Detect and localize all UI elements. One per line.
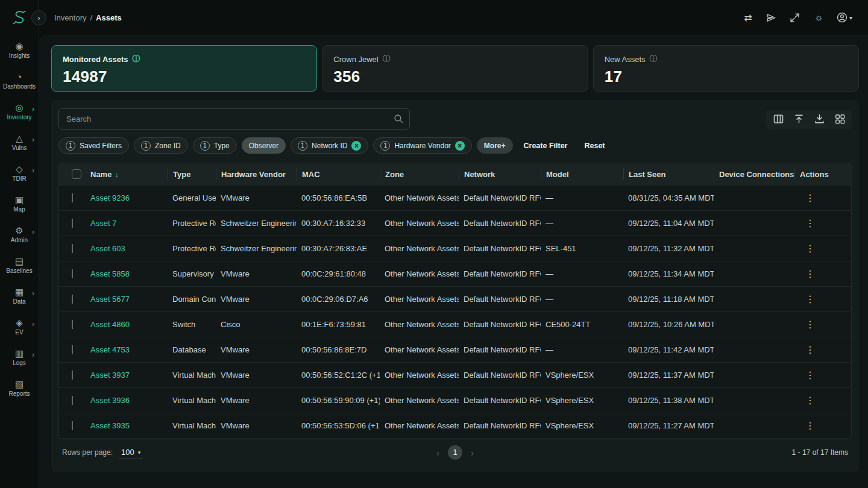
asset-name-link[interactable]: Asset 3936 — [86, 396, 168, 405]
column-header-hardware-vendor[interactable]: Hardware Vendor — [216, 168, 297, 180]
sidebar-item-baselines[interactable]: ▤ Baselines › — [0, 250, 39, 281]
column-header-type[interactable]: Type — [168, 168, 216, 180]
stat-card-new-assets[interactable]: New Assets ⓘ 17 — [593, 45, 859, 92]
row-checkbox[interactable] — [72, 193, 73, 202]
sidebar-item-map[interactable]: ▣ Map › — [0, 189, 39, 219]
filter-chip-observer[interactable]: Observer — [242, 137, 286, 154]
stat-card-monitored-assets[interactable]: Monitored Assets ⓘ 14987 — [51, 45, 317, 92]
row-actions-menu-icon[interactable]: ⋮ — [794, 293, 851, 305]
next-page-button[interactable]: › — [471, 448, 474, 458]
row-actions-menu-icon[interactable]: ⋮ — [794, 217, 851, 229]
table-row[interactable]: Asset 5858 Supervisory Workstation VMwar… — [59, 261, 851, 286]
cell-model: — — [541, 219, 623, 228]
asset-name-link[interactable]: Asset 7 — [86, 219, 168, 228]
asset-name-link[interactable]: Asset 3937 — [86, 371, 168, 380]
asset-name-link[interactable]: Asset 9236 — [86, 193, 168, 202]
sidebar-expand-button[interactable]: › — [31, 10, 46, 25]
sidebar-item-dashboards[interactable]: ◔ Dashboards › — [0, 66, 39, 96]
sidebar-item-tdir[interactable]: ◇ TDIR › — [0, 158, 39, 189]
row-actions-menu-icon[interactable]: ⋮ — [794, 192, 851, 204]
sidebar-item-admin[interactable]: ⚙ Admin › — [0, 219, 39, 250]
table-row[interactable]: Asset 603 Protective Relay Schweitzer En… — [59, 236, 851, 261]
asset-name-link[interactable]: Asset 4753 — [86, 345, 168, 354]
previous-page-button[interactable]: ‹ — [436, 448, 439, 458]
row-actions-menu-icon[interactable]: ⋮ — [794, 420, 851, 431]
chip-remove-icon[interactable]: × — [351, 141, 361, 151]
asset-name-link[interactable]: Asset 5677 — [86, 295, 168, 304]
row-checkbox[interactable] — [72, 219, 73, 228]
transfer-icon[interactable]: ⇄ — [743, 12, 753, 23]
column-header-name[interactable]: Name ↓ — [86, 168, 168, 180]
row-checkbox[interactable] — [72, 269, 73, 278]
chip-label: More+ — [484, 142, 506, 150]
row-checkbox[interactable] — [72, 320, 73, 329]
row-actions-menu-icon[interactable]: ⋮ — [794, 344, 851, 355]
chip-remove-icon[interactable]: × — [455, 141, 465, 151]
table-row[interactable]: Asset 5677 Domain Controller VMware 00:0… — [59, 286, 851, 311]
table-row[interactable]: Asset 3937 Virtual Machine VMware 00:50:… — [59, 362, 851, 387]
sidebar-item-ev[interactable]: ◈ EV › — [0, 311, 39, 342]
sidebar-item-vulns[interactable]: △ Vulns › — [0, 127, 39, 158]
asset-name-link[interactable]: Asset 603 — [86, 244, 168, 253]
column-header-last-seen[interactable]: Last Seen — [623, 168, 714, 180]
sidebar-item-inventory[interactable]: ◎ Inventory › — [0, 96, 39, 127]
info-icon[interactable]: ⓘ — [133, 54, 140, 64]
create-filter-button[interactable]: Create Filter — [518, 142, 574, 150]
rows-per-page-select[interactable]: 100 ▾ — [119, 446, 143, 458]
filter-chip-saved-filters[interactable]: 1 Saved Filters — [58, 137, 129, 154]
filter-chip-hardware-vendor[interactable]: 1 Hardware Vendor × — [373, 137, 471, 154]
table-row[interactable]: Asset 3935 Virtual Machine VMware 00:50:… — [59, 413, 851, 438]
sidebar-item-logs[interactable]: ▥ Logs › — [0, 342, 39, 373]
row-checkbox[interactable] — [72, 396, 73, 405]
sidebar-item-data[interactable]: ▦ Data › — [0, 281, 39, 311]
row-checkbox[interactable] — [72, 421, 73, 430]
user-menu[interactable]: ▾ — [837, 12, 852, 23]
columns-icon[interactable] — [772, 113, 784, 125]
reset-filters-button[interactable]: Reset — [578, 142, 611, 150]
theme-toggle-icon[interactable]: ☼ — [813, 12, 824, 23]
row-actions-menu-icon[interactable]: ⋮ — [794, 319, 851, 330]
row-actions-menu-icon[interactable]: ⋮ — [794, 243, 851, 254]
column-header-zone[interactable]: Zone — [380, 168, 459, 180]
table-row[interactable]: Asset 4860 Switch Cisco 00:1E:F6:73:59:8… — [59, 311, 851, 337]
column-header-network[interactable]: Network — [459, 168, 541, 180]
sidebar-item-reports[interactable]: ▧ Reports › — [0, 373, 39, 404]
filter-chip-network-id[interactable]: 1 Network ID × — [291, 137, 368, 154]
cell-hardware-vendor: VMware — [216, 295, 297, 304]
breadcrumb-inventory[interactable]: Inventory — [54, 13, 86, 22]
sidebar-item-insights[interactable]: ◉ Insights › — [0, 35, 39, 66]
info-icon[interactable]: ⓘ — [383, 54, 391, 64]
row-actions-menu-icon[interactable]: ⋮ — [794, 369, 851, 381]
info-icon[interactable]: ⓘ — [650, 54, 658, 64]
row-actions-menu-icon[interactable]: ⋮ — [794, 268, 851, 280]
filter-chip-more[interactable]: More+ — [477, 137, 513, 154]
row-actions-menu-icon[interactable]: ⋮ — [794, 395, 851, 406]
table-row[interactable]: Asset 3936 Virtual Machine VMware 00:50:… — [59, 387, 851, 413]
table-row[interactable]: Asset 9236 General Use VMware 00:50:56:8… — [59, 185, 851, 210]
layout-grid-icon[interactable] — [834, 113, 846, 125]
fullscreen-icon[interactable] — [790, 12, 800, 23]
page-number-button[interactable]: 1 — [448, 445, 462, 460]
row-checkbox[interactable] — [72, 371, 73, 380]
filter-chip-zone-id[interactable]: 1 Zone ID — [134, 137, 188, 154]
table-row[interactable]: Asset 4753 Database VMware 00:50:56:86:8… — [59, 337, 851, 362]
filter-chip-type[interactable]: 1 Type — [193, 137, 237, 154]
table-row[interactable]: Asset 7 Protective Relay Schweitzer Engi… — [59, 210, 851, 236]
cell-type: Supervisory Workstation — [168, 269, 216, 278]
send-icon[interactable] — [766, 12, 777, 23]
select-all-checkbox[interactable] — [72, 169, 81, 179]
search-input[interactable] — [58, 108, 410, 130]
row-checkbox[interactable] — [72, 244, 73, 253]
asset-name-link[interactable]: Asset 4860 — [86, 320, 168, 329]
download-icon[interactable] — [813, 113, 825, 125]
sort-desc-icon[interactable]: ↓ — [115, 170, 119, 179]
row-checkbox[interactable] — [72, 295, 73, 304]
row-checkbox[interactable] — [72, 345, 73, 354]
column-header-mac[interactable]: MAC — [297, 168, 380, 180]
stat-card-crown-jewel[interactable]: Crown Jewel ⓘ 356 — [322, 45, 588, 92]
asset-name-link[interactable]: Asset 3935 — [86, 421, 168, 430]
asset-name-link[interactable]: Asset 5858 — [86, 269, 168, 278]
column-header-device-connections[interactable]: Device Connections — [714, 168, 794, 180]
column-header-model[interactable]: Model — [541, 168, 623, 180]
collapse-top-icon[interactable] — [793, 113, 805, 125]
